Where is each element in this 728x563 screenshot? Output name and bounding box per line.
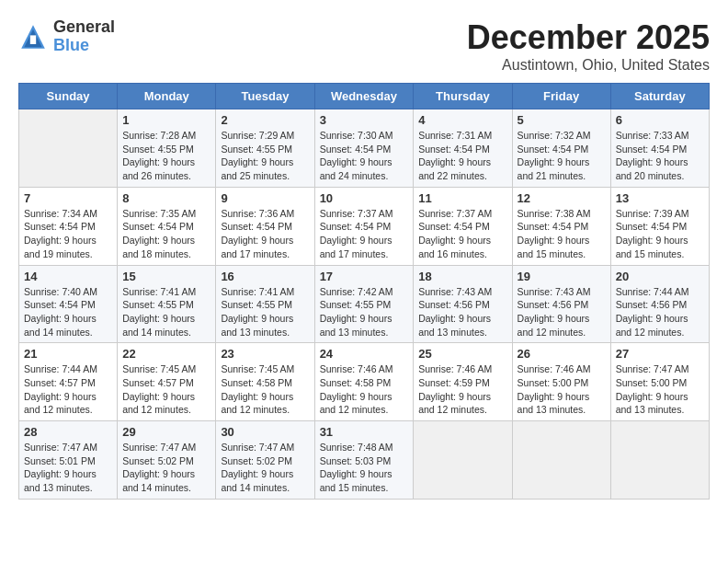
day-number: 21 [24,347,112,361]
calendar-cell: 28Sunrise: 7:47 AM Sunset: 5:01 PM Dayli… [19,421,118,500]
cell-content: Sunrise: 7:29 AM Sunset: 4:55 PM Dayligh… [221,129,309,183]
logo-text: General Blue [53,18,115,55]
title-area: December 2025 Austintown, Ohio, United S… [467,18,710,74]
cell-content: Sunrise: 7:39 AM Sunset: 4:54 PM Dayligh… [616,207,704,261]
calendar-cell: 30Sunrise: 7:47 AM Sunset: 5:02 PM Dayli… [216,421,314,500]
day-number: 19 [518,270,606,283]
day-number: 1 [122,113,210,127]
calendar-body: 1Sunrise: 7:28 AM Sunset: 4:55 PM Daylig… [19,109,710,500]
calendar-cell: 18Sunrise: 7:43 AM Sunset: 4:56 PM Dayli… [414,265,512,343]
cell-content: Sunrise: 7:43 AM Sunset: 4:56 PM Dayligh… [518,285,606,339]
logo-general-text: General [53,18,115,37]
cell-content: Sunrise: 7:40 AM Sunset: 4:54 PM Dayligh… [24,285,112,339]
cell-content: Sunrise: 7:47 AM Sunset: 5:02 PM Dayligh… [122,441,210,495]
day-number: 24 [320,347,409,361]
calendar-cell: 24Sunrise: 7:46 AM Sunset: 4:58 PM Dayli… [314,343,414,421]
calendar-cell: 14Sunrise: 7:40 AM Sunset: 4:54 PM Dayli… [19,265,118,343]
day-number: 11 [418,191,506,205]
cell-content: Sunrise: 7:35 AM Sunset: 4:54 PM Dayligh… [122,207,210,261]
day-number: 26 [518,347,606,361]
day-number: 20 [616,270,704,283]
calendar-cell: 16Sunrise: 7:41 AM Sunset: 4:55 PM Dayli… [216,265,314,343]
calendar-cell [512,421,610,500]
cell-content: Sunrise: 7:44 AM Sunset: 4:57 PM Dayligh… [24,362,112,417]
cell-content: Sunrise: 7:34 AM Sunset: 4:54 PM Dayligh… [24,207,112,261]
weekday-header-tuesday: Tuesday [216,84,314,109]
weekday-header-wednesday: Wednesday [314,84,414,109]
cell-content: Sunrise: 7:46 AM Sunset: 4:58 PM Dayligh… [320,362,409,417]
cell-content: Sunrise: 7:48 AM Sunset: 5:03 PM Dayligh… [320,441,409,495]
cell-content: Sunrise: 7:47 AM Sunset: 5:02 PM Dayligh… [221,441,309,495]
calendar-cell: 25Sunrise: 7:46 AM Sunset: 4:59 PM Dayli… [414,343,512,421]
day-number: 25 [418,347,506,361]
cell-content: Sunrise: 7:32 AM Sunset: 4:54 PM Dayligh… [518,129,606,183]
day-number: 6 [616,113,704,127]
calendar-cell: 22Sunrise: 7:45 AM Sunset: 4:57 PM Dayli… [118,343,216,421]
day-number: 17 [320,270,409,283]
calendar-cell: 11Sunrise: 7:37 AM Sunset: 4:54 PM Dayli… [414,187,512,265]
calendar-cell: 21Sunrise: 7:44 AM Sunset: 4:57 PM Dayli… [19,343,118,421]
calendar-cell: 12Sunrise: 7:38 AM Sunset: 4:54 PM Dayli… [512,187,610,265]
calendar-cell: 9Sunrise: 7:36 AM Sunset: 4:54 PM Daylig… [216,187,314,265]
day-number: 7 [24,191,112,205]
calendar-week-3: 14Sunrise: 7:40 AM Sunset: 4:54 PM Dayli… [19,265,710,343]
weekday-header-row: SundayMondayTuesdayWednesdayThursdayFrid… [19,84,710,109]
day-number: 12 [518,191,606,205]
calendar-cell: 27Sunrise: 7:47 AM Sunset: 5:00 PM Dayli… [610,343,709,421]
calendar-cell: 26Sunrise: 7:46 AM Sunset: 5:00 PM Dayli… [512,343,610,421]
day-number: 2 [221,113,309,127]
calendar-cell: 13Sunrise: 7:39 AM Sunset: 4:54 PM Dayli… [610,187,709,265]
cell-content: Sunrise: 7:43 AM Sunset: 4:56 PM Dayligh… [418,285,506,339]
calendar-cell: 2Sunrise: 7:29 AM Sunset: 4:55 PM Daylig… [216,109,314,188]
calendar-week-2: 7Sunrise: 7:34 AM Sunset: 4:54 PM Daylig… [19,187,710,265]
calendar-cell: 20Sunrise: 7:44 AM Sunset: 4:56 PM Dayli… [610,265,709,343]
calendar-cell: 1Sunrise: 7:28 AM Sunset: 4:55 PM Daylig… [118,109,216,188]
cell-content: Sunrise: 7:37 AM Sunset: 4:54 PM Dayligh… [418,207,506,261]
month-title: December 2025 [467,18,710,57]
calendar-cell: 4Sunrise: 7:31 AM Sunset: 4:54 PM Daylig… [414,109,512,188]
day-number: 18 [418,270,506,283]
calendar-cell: 19Sunrise: 7:43 AM Sunset: 4:56 PM Dayli… [512,265,610,343]
day-number: 28 [24,425,112,439]
calendar-cell: 29Sunrise: 7:47 AM Sunset: 5:02 PM Dayli… [118,421,216,500]
day-number: 30 [221,425,309,439]
calendar-cell [610,421,709,500]
calendar-cell: 5Sunrise: 7:32 AM Sunset: 4:54 PM Daylig… [512,109,610,188]
weekday-header-monday: Monday [118,84,216,109]
page-header: General Blue December 2025 Austintown, O… [18,18,710,74]
cell-content: Sunrise: 7:37 AM Sunset: 4:54 PM Dayligh… [320,207,409,261]
day-number: 15 [122,270,210,283]
calendar-cell [19,109,118,188]
cell-content: Sunrise: 7:47 AM Sunset: 5:00 PM Dayligh… [616,362,704,417]
cell-content: Sunrise: 7:41 AM Sunset: 4:55 PM Dayligh… [122,285,210,339]
cell-content: Sunrise: 7:28 AM Sunset: 4:55 PM Dayligh… [122,129,210,183]
cell-content: Sunrise: 7:33 AM Sunset: 4:54 PM Dayligh… [616,129,704,183]
calendar-week-1: 1Sunrise: 7:28 AM Sunset: 4:55 PM Daylig… [19,109,710,188]
day-number: 27 [616,347,704,361]
day-number: 14 [24,270,112,283]
day-number: 10 [320,191,409,205]
calendar-cell: 17Sunrise: 7:42 AM Sunset: 4:55 PM Dayli… [314,265,414,343]
day-number: 4 [418,113,506,127]
day-number: 31 [320,425,409,439]
logo-icon [18,22,48,52]
calendar-cell: 3Sunrise: 7:30 AM Sunset: 4:54 PM Daylig… [314,109,414,188]
cell-content: Sunrise: 7:46 AM Sunset: 5:00 PM Dayligh… [518,362,606,417]
cell-content: Sunrise: 7:30 AM Sunset: 4:54 PM Dayligh… [320,129,409,183]
day-number: 23 [221,347,309,361]
cell-content: Sunrise: 7:36 AM Sunset: 4:54 PM Dayligh… [221,207,309,261]
calendar-cell: 15Sunrise: 7:41 AM Sunset: 4:55 PM Dayli… [118,265,216,343]
calendar-cell: 23Sunrise: 7:45 AM Sunset: 4:58 PM Dayli… [216,343,314,421]
logo-blue-text: Blue [53,37,115,55]
day-number: 9 [221,191,309,205]
cell-content: Sunrise: 7:44 AM Sunset: 4:56 PM Dayligh… [616,285,704,339]
cell-content: Sunrise: 7:38 AM Sunset: 4:54 PM Dayligh… [518,207,606,261]
day-number: 8 [122,191,210,205]
svg-rect-2 [30,35,36,44]
day-number: 29 [122,425,210,439]
day-number: 3 [320,113,409,127]
weekday-header-thursday: Thursday [414,84,512,109]
day-number: 5 [518,113,606,127]
logo: General Blue [18,18,115,55]
calendar-week-4: 21Sunrise: 7:44 AM Sunset: 4:57 PM Dayli… [19,343,710,421]
